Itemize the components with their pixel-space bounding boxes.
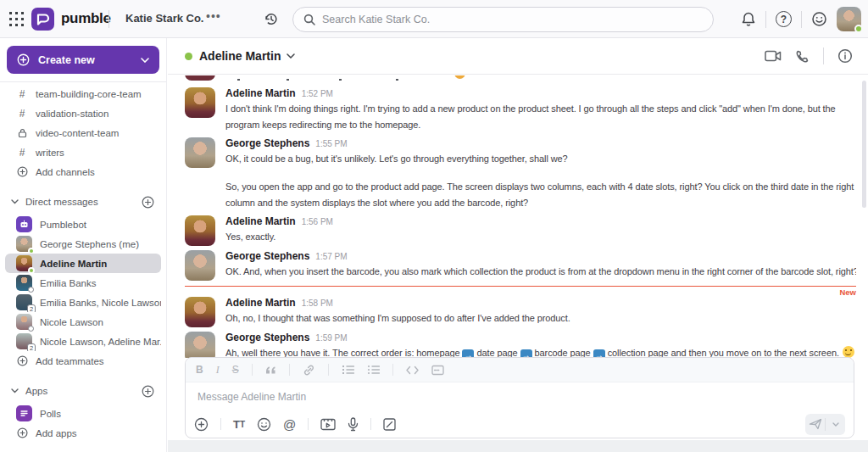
message-author[interactable]: Adeline Martin: [225, 297, 296, 309]
new-messages-label: New: [839, 287, 856, 297]
message-text: OK. And, when you insert the barcode, yo…: [225, 264, 856, 280]
video-message-icon[interactable]: [320, 418, 336, 431]
message-author[interactable]: George Stephens: [225, 250, 309, 262]
sidebar-channel[interactable]: video-content-team: [5, 123, 161, 142]
search-bar[interactable]: [292, 7, 714, 32]
dm-list: Pumblebot George Stephens (me) Adeline M…: [0, 213, 166, 371]
create-new-button[interactable]: Create new: [7, 46, 159, 74]
link-icon[interactable]: [303, 364, 315, 377]
message-composer: B I S TT @: [185, 357, 854, 438]
message-text: OK, it could be a bug, but it's unlikely…: [225, 151, 856, 167]
dm-item-george[interactable]: George Stephens (me): [5, 234, 161, 254]
message-author[interactable]: George Stephens: [225, 137, 309, 149]
bold-icon[interactable]: B: [196, 364, 203, 376]
ordered-list-icon[interactable]: [342, 365, 354, 375]
avatar[interactable]: [185, 332, 215, 358]
divider: [308, 418, 309, 430]
sidebar-channel[interactable]: #validation-station: [5, 103, 161, 123]
status-emoji-icon[interactable]: [811, 11, 827, 27]
group-avatar: 2: [16, 333, 32, 349]
scrollbar[interactable]: [862, 81, 866, 208]
avatar[interactable]: [185, 215, 215, 246]
chevron-down-icon: [11, 388, 19, 393]
direct-messages-header[interactable]: Direct messages: [0, 191, 166, 213]
avatar[interactable]: [185, 297, 215, 327]
help-icon[interactable]: ?: [776, 11, 792, 27]
sidebar-channel[interactable]: #team-building-core-team: [5, 84, 161, 103]
add-channels-button[interactable]: Add channels: [5, 162, 161, 181]
add-teammates-button[interactable]: Add teammates: [5, 351, 161, 371]
message: George Stephens1:59 PM Ah, well there yo…: [185, 332, 856, 358]
channel-list: #team-building-core-team #validation-sta…: [0, 82, 166, 181]
avatar: [16, 255, 32, 271]
bullet-list-icon[interactable]: [367, 365, 380, 375]
search-input[interactable]: [322, 14, 703, 25]
app-item-polls[interactable]: Polls: [5, 404, 161, 423]
group-avatar: 2: [16, 294, 32, 310]
message-timestamp: 1:58 PM: [302, 299, 333, 308]
sidebar-channel[interactable]: #writers: [5, 142, 161, 162]
conversation-title[interactable]: Adeline Martin: [199, 49, 295, 63]
bot-avatar: [16, 216, 32, 232]
dm-item-pumblebot[interactable]: Pumblebot: [5, 215, 161, 234]
presence-indicator: [854, 25, 863, 33]
blockquote-icon[interactable]: [265, 366, 276, 375]
italic-icon[interactable]: I: [216, 364, 220, 377]
hash-icon: #: [16, 147, 28, 159]
dm-item-nicole[interactable]: Nicole Lawson: [5, 312, 161, 332]
send-button-group: [805, 414, 845, 435]
text-format-icon[interactable]: TT: [233, 418, 245, 431]
user-avatar[interactable]: [837, 7, 861, 31]
history-icon[interactable]: [263, 11, 279, 27]
phone-call-icon[interactable]: [795, 49, 810, 64]
notifications-bell-icon[interactable]: [741, 11, 756, 27]
draw-icon[interactable]: [383, 418, 396, 431]
message-author[interactable]: George Stephens: [225, 332, 309, 343]
audio-message-icon[interactable]: [348, 417, 359, 432]
create-new-label: Create new: [38, 54, 132, 66]
add-app-icon[interactable]: [142, 385, 154, 398]
workspace-name[interactable]: Katie Stark Co.: [125, 12, 203, 25]
member-count-badge: 2: [27, 343, 36, 351]
message-author[interactable]: Adeline Martin: [225, 215, 296, 227]
search-icon: [303, 14, 315, 25]
code-block-icon[interactable]: [431, 365, 444, 376]
add-apps-button[interactable]: Add apps: [5, 423, 161, 443]
pumble-logo-icon[interactable]: [31, 8, 54, 31]
chevron-down-icon: [832, 422, 839, 427]
send-button[interactable]: [805, 418, 825, 430]
emoji-icon[interactable]: [257, 417, 271, 432]
slightly-smiling-face-emoji: [843, 346, 854, 358]
dm-item-adeline-selected[interactable]: Adeline Martin: [5, 254, 161, 273]
presence-offline: [28, 326, 34, 332]
dm-item-group-nicole-adeline[interactable]: 2Nicole Lawson, Adeline Mar...: [5, 332, 161, 351]
apps-grid-icon[interactable]: [9, 12, 24, 26]
strikethrough-icon[interactable]: S: [232, 364, 239, 376]
workspace-menu-icon[interactable]: •••: [206, 9, 221, 23]
send-options-button[interactable]: [826, 422, 845, 427]
attach-plus-icon[interactable]: [194, 417, 209, 432]
dm-item-group-emilia-nicole[interactable]: 2Emilia Banks, Nicole Lawson: [5, 293, 161, 312]
formatting-toolbar: B I S: [186, 358, 854, 382]
avatar[interactable]: [185, 137, 215, 168]
emoji: [454, 75, 465, 79]
avatar[interactable]: [185, 250, 215, 281]
inline-code-icon[interactable]: [406, 366, 419, 375]
divider: [252, 364, 253, 376]
top-bar: pumble Katie Stark Co. ••• ?: [0, 0, 868, 38]
add-dm-icon[interactable]: [142, 196, 154, 209]
hash-icon: #: [16, 108, 28, 120]
polls-icon: [16, 405, 32, 421]
apps-header[interactable]: Apps: [0, 380, 166, 402]
conversation-header: Adeline Martin: [168, 38, 868, 75]
info-icon[interactable]: [837, 48, 853, 64]
chevron-down-icon: [141, 58, 149, 63]
dm-item-emilia[interactable]: Emilia Banks: [5, 273, 161, 293]
message-text: Oh, no, I thought that was something I'm…: [225, 310, 856, 326]
avatar[interactable]: [185, 87, 215, 118]
message-author[interactable]: Adeline Martin: [225, 87, 296, 99]
video-call-icon[interactable]: [765, 50, 782, 62]
mention-icon[interactable]: @: [283, 417, 296, 432]
message-input[interactable]: [198, 391, 842, 403]
presence-online-dot: [185, 53, 192, 60]
